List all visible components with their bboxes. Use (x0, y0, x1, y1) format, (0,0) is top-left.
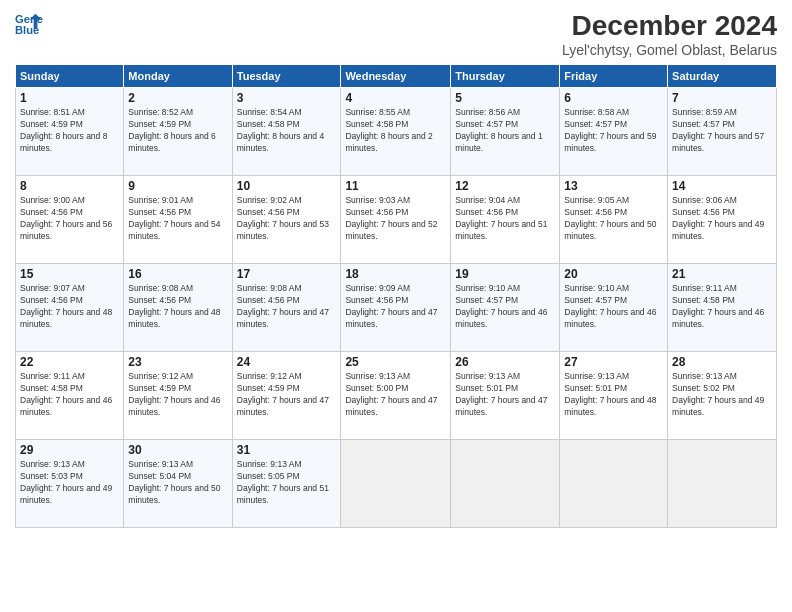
day-info: Sunrise: 8:56 AMSunset: 4:57 PMDaylight:… (455, 107, 555, 155)
day-info: Sunrise: 9:13 AMSunset: 5:00 PMDaylight:… (345, 371, 446, 419)
calendar-header: Sunday Monday Tuesday Wednesday Thursday… (16, 65, 777, 88)
header: General Blue December 2024 Lyel'chytsy, … (15, 10, 777, 58)
day-number: 26 (455, 355, 555, 369)
day-info: Sunrise: 9:00 AMSunset: 4:56 PMDaylight:… (20, 195, 119, 243)
day-number: 1 (20, 91, 119, 105)
day-info: Sunrise: 8:51 AMSunset: 4:59 PMDaylight:… (20, 107, 119, 155)
day-info: Sunrise: 9:09 AMSunset: 4:56 PMDaylight:… (345, 283, 446, 331)
calendar-week-0: 1 Sunrise: 8:51 AMSunset: 4:59 PMDayligh… (16, 88, 777, 176)
calendar-cell: 19 Sunrise: 9:10 AMSunset: 4:57 PMDaylig… (451, 264, 560, 352)
day-info: Sunrise: 8:54 AMSunset: 4:58 PMDaylight:… (237, 107, 337, 155)
main-title: December 2024 (562, 10, 777, 42)
calendar-cell: 3 Sunrise: 8:54 AMSunset: 4:58 PMDayligh… (232, 88, 341, 176)
day-number: 30 (128, 443, 227, 457)
day-info: Sunrise: 9:08 AMSunset: 4:56 PMDaylight:… (128, 283, 227, 331)
day-number: 17 (237, 267, 337, 281)
calendar-cell: 15 Sunrise: 9:07 AMSunset: 4:56 PMDaylig… (16, 264, 124, 352)
day-number: 13 (564, 179, 663, 193)
calendar-week-2: 15 Sunrise: 9:07 AMSunset: 4:56 PMDaylig… (16, 264, 777, 352)
day-number: 5 (455, 91, 555, 105)
day-info: Sunrise: 8:55 AMSunset: 4:58 PMDaylight:… (345, 107, 446, 155)
day-info: Sunrise: 9:10 AMSunset: 4:57 PMDaylight:… (455, 283, 555, 331)
day-number: 9 (128, 179, 227, 193)
day-info: Sunrise: 9:13 AMSunset: 5:01 PMDaylight:… (564, 371, 663, 419)
day-info: Sunrise: 9:13 AMSunset: 5:01 PMDaylight:… (455, 371, 555, 419)
day-info: Sunrise: 9:13 AMSunset: 5:05 PMDaylight:… (237, 459, 337, 507)
calendar-cell: 31 Sunrise: 9:13 AMSunset: 5:05 PMDaylig… (232, 440, 341, 528)
day-number: 18 (345, 267, 446, 281)
calendar-cell: 9 Sunrise: 9:01 AMSunset: 4:56 PMDayligh… (124, 176, 232, 264)
day-number: 27 (564, 355, 663, 369)
calendar-cell: 12 Sunrise: 9:04 AMSunset: 4:56 PMDaylig… (451, 176, 560, 264)
day-number: 15 (20, 267, 119, 281)
day-number: 28 (672, 355, 772, 369)
day-number: 23 (128, 355, 227, 369)
calendar-cell: 6 Sunrise: 8:58 AMSunset: 4:57 PMDayligh… (560, 88, 668, 176)
day-number: 2 (128, 91, 227, 105)
day-info: Sunrise: 9:05 AMSunset: 4:56 PMDaylight:… (564, 195, 663, 243)
day-info: Sunrise: 9:03 AMSunset: 4:56 PMDaylight:… (345, 195, 446, 243)
calendar-cell (451, 440, 560, 528)
calendar-cell: 1 Sunrise: 8:51 AMSunset: 4:59 PMDayligh… (16, 88, 124, 176)
day-info: Sunrise: 9:13 AMSunset: 5:03 PMDaylight:… (20, 459, 119, 507)
calendar-cell: 10 Sunrise: 9:02 AMSunset: 4:56 PMDaylig… (232, 176, 341, 264)
day-number: 11 (345, 179, 446, 193)
day-number: 7 (672, 91, 772, 105)
col-tuesday: Tuesday (232, 65, 341, 88)
calendar-cell: 14 Sunrise: 9:06 AMSunset: 4:56 PMDaylig… (668, 176, 777, 264)
logo: General Blue (15, 10, 43, 38)
day-number: 4 (345, 91, 446, 105)
day-info: Sunrise: 8:59 AMSunset: 4:57 PMDaylight:… (672, 107, 772, 155)
calendar-cell: 7 Sunrise: 8:59 AMSunset: 4:57 PMDayligh… (668, 88, 777, 176)
day-info: Sunrise: 8:58 AMSunset: 4:57 PMDaylight:… (564, 107, 663, 155)
day-number: 25 (345, 355, 446, 369)
day-info: Sunrise: 9:07 AMSunset: 4:56 PMDaylight:… (20, 283, 119, 331)
day-info: Sunrise: 9:13 AMSunset: 5:04 PMDaylight:… (128, 459, 227, 507)
day-info: Sunrise: 9:06 AMSunset: 4:56 PMDaylight:… (672, 195, 772, 243)
title-block: December 2024 Lyel'chytsy, Gomel Oblast,… (562, 10, 777, 58)
calendar-cell: 17 Sunrise: 9:08 AMSunset: 4:56 PMDaylig… (232, 264, 341, 352)
page: General Blue December 2024 Lyel'chytsy, … (0, 0, 792, 612)
col-sunday: Sunday (16, 65, 124, 88)
calendar-cell: 22 Sunrise: 9:11 AMSunset: 4:58 PMDaylig… (16, 352, 124, 440)
day-number: 3 (237, 91, 337, 105)
calendar-cell: 4 Sunrise: 8:55 AMSunset: 4:58 PMDayligh… (341, 88, 451, 176)
col-monday: Monday (124, 65, 232, 88)
calendar-cell: 16 Sunrise: 9:08 AMSunset: 4:56 PMDaylig… (124, 264, 232, 352)
day-info: Sunrise: 9:08 AMSunset: 4:56 PMDaylight:… (237, 283, 337, 331)
day-info: Sunrise: 9:02 AMSunset: 4:56 PMDaylight:… (237, 195, 337, 243)
day-info: Sunrise: 9:04 AMSunset: 4:56 PMDaylight:… (455, 195, 555, 243)
calendar-cell (668, 440, 777, 528)
calendar-cell: 8 Sunrise: 9:00 AMSunset: 4:56 PMDayligh… (16, 176, 124, 264)
calendar-week-3: 22 Sunrise: 9:11 AMSunset: 4:58 PMDaylig… (16, 352, 777, 440)
calendar-cell: 18 Sunrise: 9:09 AMSunset: 4:56 PMDaylig… (341, 264, 451, 352)
day-info: Sunrise: 9:12 AMSunset: 4:59 PMDaylight:… (128, 371, 227, 419)
calendar-cell: 23 Sunrise: 9:12 AMSunset: 4:59 PMDaylig… (124, 352, 232, 440)
calendar-cell: 24 Sunrise: 9:12 AMSunset: 4:59 PMDaylig… (232, 352, 341, 440)
calendar-cell: 25 Sunrise: 9:13 AMSunset: 5:00 PMDaylig… (341, 352, 451, 440)
day-info: Sunrise: 9:10 AMSunset: 4:57 PMDaylight:… (564, 283, 663, 331)
calendar-cell: 26 Sunrise: 9:13 AMSunset: 5:01 PMDaylig… (451, 352, 560, 440)
calendar-cell: 27 Sunrise: 9:13 AMSunset: 5:01 PMDaylig… (560, 352, 668, 440)
calendar-table: Sunday Monday Tuesday Wednesday Thursday… (15, 64, 777, 528)
calendar-cell: 13 Sunrise: 9:05 AMSunset: 4:56 PMDaylig… (560, 176, 668, 264)
day-number: 20 (564, 267, 663, 281)
day-info: Sunrise: 9:12 AMSunset: 4:59 PMDaylight:… (237, 371, 337, 419)
calendar-cell: 20 Sunrise: 9:10 AMSunset: 4:57 PMDaylig… (560, 264, 668, 352)
day-number: 14 (672, 179, 772, 193)
day-info: Sunrise: 9:11 AMSunset: 4:58 PMDaylight:… (20, 371, 119, 419)
calendar-cell (341, 440, 451, 528)
calendar-cell: 21 Sunrise: 9:11 AMSunset: 4:58 PMDaylig… (668, 264, 777, 352)
subtitle: Lyel'chytsy, Gomel Oblast, Belarus (562, 42, 777, 58)
calendar-cell: 2 Sunrise: 8:52 AMSunset: 4:59 PMDayligh… (124, 88, 232, 176)
calendar-week-1: 8 Sunrise: 9:00 AMSunset: 4:56 PMDayligh… (16, 176, 777, 264)
day-number: 22 (20, 355, 119, 369)
day-number: 31 (237, 443, 337, 457)
col-thursday: Thursday (451, 65, 560, 88)
day-number: 21 (672, 267, 772, 281)
day-number: 6 (564, 91, 663, 105)
calendar-cell (560, 440, 668, 528)
col-friday: Friday (560, 65, 668, 88)
day-number: 24 (237, 355, 337, 369)
day-info: Sunrise: 9:01 AMSunset: 4:56 PMDaylight:… (128, 195, 227, 243)
